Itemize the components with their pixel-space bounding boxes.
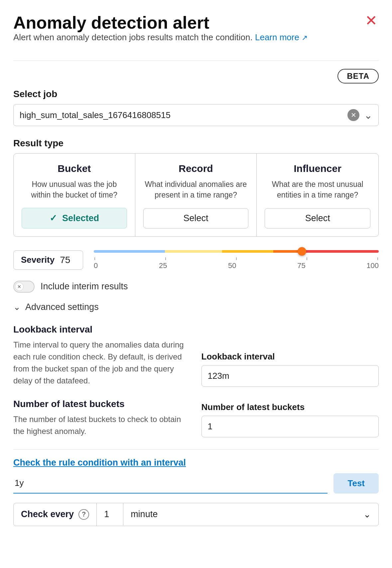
check-every-row: Check every ? 1 minute ⌄ [13, 503, 379, 526]
tick-label-25: 25 [159, 261, 167, 270]
tick-75 [307, 257, 307, 260]
check-rule-input[interactable] [13, 473, 327, 494]
lookback-title: Lookback interval [13, 324, 191, 335]
result-type-label: Result type [13, 138, 379, 149]
close-icon: ✕ [365, 12, 377, 29]
job-dropdown-button[interactable]: ⌄ [364, 109, 372, 121]
interim-toggle[interactable]: ✕ [13, 281, 35, 293]
lookback-interval-section: Lookback interval Time interval to query… [13, 324, 379, 387]
section-divider [13, 449, 379, 450]
clear-icon: ✕ [351, 111, 356, 119]
check-every-label: Check every [21, 509, 74, 519]
page-title: Anomaly detection alert [13, 13, 308, 32]
severity-box: Severity 75 [13, 250, 83, 270]
check-every-unit[interactable]: minute ⌄ [123, 503, 378, 526]
page-subtitle: Alert when anomaly detection jobs result… [13, 32, 308, 43]
job-input-value: high_sum_total_sales_1676416808515 [20, 110, 347, 120]
influencer-card-title: Influencer [294, 163, 341, 174]
slider-track [94, 250, 379, 253]
record-card-desc: What individual anomalies are present in… [143, 179, 249, 201]
lookback-left: Lookback interval Time interval to query… [13, 324, 191, 387]
job-input-container: high_sum_total_sales_1676416808515 ✕ ⌄ [13, 104, 379, 126]
interim-results-label: Include interim results [41, 281, 128, 292]
bucket-select-button[interactable]: ✓ Selected [22, 208, 127, 228]
buckets-input-label: Number of latest buckets [201, 402, 379, 412]
advanced-chevron-icon: ⌄ [13, 302, 21, 312]
page-header: Anomaly detection alert Alert when anoma… [13, 13, 379, 53]
buckets-right: Number of latest buckets [201, 399, 379, 437]
toggle-knob: ✕ [15, 282, 24, 291]
toggle-x-icon: ✕ [17, 284, 21, 289]
lookback-right: Lookback interval [201, 324, 379, 387]
tick-label-0: 0 [94, 261, 98, 270]
lookback-desc: Time interval to query the anomalies dat… [13, 339, 191, 387]
buckets-input[interactable] [201, 416, 379, 437]
latest-buckets-section: Number of latest buckets The number of l… [13, 399, 379, 437]
tick-0 [94, 257, 95, 260]
tick-label-50: 50 [228, 261, 236, 270]
select-job-label: Select job [13, 89, 379, 99]
record-card-title: Record [179, 163, 213, 174]
test-button[interactable]: Test [333, 473, 379, 494]
slider-tick-marks [94, 257, 379, 260]
check-rule-row: Test [13, 473, 379, 494]
beta-badge: BETA [337, 69, 379, 83]
close-button[interactable]: ✕ [364, 13, 379, 28]
buckets-left: Number of latest buckets The number of l… [13, 399, 191, 437]
buckets-title: Number of latest buckets [13, 399, 191, 409]
record-select-button[interactable]: Select [143, 208, 249, 228]
unit-chevron-icon: ⌄ [363, 509, 371, 520]
tick-label-100: 100 [366, 261, 379, 270]
result-card-bucket: Bucket How unusual was the job within th… [14, 154, 135, 236]
chevron-down-icon: ⌄ [364, 110, 372, 121]
influencer-card-desc: What are the most unusual entities in a … [265, 179, 370, 201]
advanced-settings-toggle[interactable]: ⌄ Advanced settings [13, 302, 379, 312]
check-rule-link[interactable]: Check the rule condition with an interva… [13, 458, 379, 468]
severity-row: Severity 75 0 25 50 75 100 [13, 250, 379, 270]
tick-100 [377, 257, 378, 260]
tick-label-75: 75 [297, 261, 305, 270]
influencer-select-button[interactable]: Select [265, 208, 370, 228]
advanced-settings-label: Advanced settings [25, 302, 99, 312]
check-every-left: Check every ? [14, 503, 97, 526]
check-rule-section: Check the rule condition with an interva… [13, 458, 379, 494]
result-card-record: Record What individual anomalies are pre… [135, 154, 257, 236]
result-card-influencer: Influencer What are the most unusual ent… [257, 154, 378, 236]
result-type-grid: Bucket How unusual was the job within th… [13, 153, 379, 236]
slider-tick-labels: 0 25 50 75 100 [94, 261, 379, 270]
beta-row: BETA [13, 69, 379, 83]
check-icon: ✓ [50, 213, 57, 223]
bucket-card-desc: How unusual was the job within the bucke… [22, 179, 127, 200]
tick-50 [236, 257, 237, 260]
buckets-desc: The number of latest buckets to check to… [13, 413, 191, 437]
severity-label: Severity [21, 255, 55, 265]
severity-slider-container[interactable]: 0 25 50 75 100 [94, 250, 379, 270]
clear-job-button[interactable]: ✕ [347, 109, 359, 121]
slider-thumb [298, 247, 306, 256]
help-circle-icon[interactable]: ? [78, 509, 89, 520]
lookback-input[interactable] [201, 365, 379, 387]
learn-more-link[interactable]: Learn more ↗ [255, 32, 308, 42]
interim-results-row: ✕ Include interim results [13, 281, 379, 293]
bucket-card-title: Bucket [58, 163, 91, 174]
header-divider [13, 61, 379, 61]
severity-value: 75 [60, 255, 70, 265]
header-title-block: Anomaly detection alert Alert when anoma… [13, 13, 308, 53]
job-input-icons: ✕ ⌄ [347, 109, 372, 121]
external-link-icon: ↗ [302, 34, 308, 42]
check-every-value[interactable]: 1 [97, 503, 123, 525]
tick-25 [165, 257, 166, 260]
lookback-input-label: Lookback interval [201, 352, 379, 362]
